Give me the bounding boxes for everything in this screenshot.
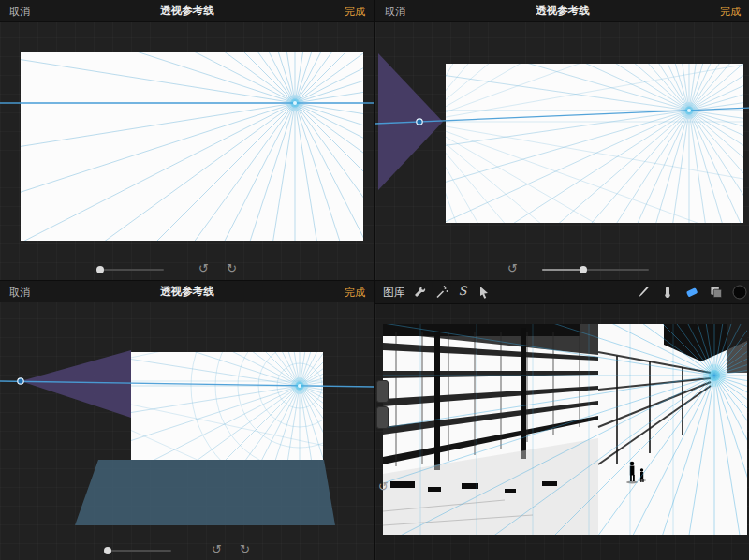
adjustments-wand-icon[interactable]	[434, 285, 449, 300]
done-button[interactable]: 完成	[345, 5, 365, 19]
page-title: 透视参考线	[375, 4, 749, 18]
panel-perspective-2pt: 取消 透视参考线 完成 ↺	[374, 0, 749, 280]
redo-icon[interactable]: ↻	[240, 543, 250, 555]
selection-icon[interactable]: S	[456, 284, 469, 299]
sidebar-undo-icon[interactable]: ↺	[378, 479, 389, 494]
panel-procreate-canvas: 图库 S	[374, 280, 749, 560]
nav-bar: 取消 透视参考线 完成	[0, 281, 374, 302]
opacity-slider-track[interactable]	[102, 269, 164, 271]
paint-brush-icon[interactable]	[636, 285, 651, 300]
figure-adult	[630, 462, 635, 481]
color-swatch-icon[interactable]	[732, 285, 747, 300]
opacity-slider-knob[interactable]	[96, 266, 104, 273]
drawing-canvas[interactable]	[131, 352, 323, 460]
perspective-rays	[446, 64, 743, 223]
done-button[interactable]: 完成	[720, 5, 741, 19]
nav-bar: 取消 透视参考线 完成	[375, 0, 749, 22]
vanishing-point-handle-left[interactable]	[417, 119, 422, 125]
vanishing-point-handle-left[interactable]	[18, 378, 23, 384]
gallery-button[interactable]: 图库	[383, 286, 404, 300]
sidebar-opacity-button[interactable]	[376, 406, 389, 429]
opacity-slider-track[interactable]	[110, 550, 171, 552]
panel-perspective-1pt: 取消 透视参考线 完成 ↺ ↻	[0, 0, 374, 280]
main-toolbar: 图库 S	[375, 281, 749, 304]
thickness-slider-fill	[542, 269, 583, 271]
smudge-finger-icon[interactable]	[660, 285, 675, 300]
undo-icon[interactable]: ↺	[212, 543, 222, 555]
panel-perspective-curvilinear: 取消 透视参考线 完成 ↺ ↻	[0, 280, 374, 560]
stitched-screenshots: 取消 透视参考线 完成 ↺ ↻ 取消 透视参考线 完成	[0, 0, 749, 560]
page-title: 透视参考线	[0, 285, 374, 299]
artwork-with-guides	[383, 324, 747, 535]
drawing-canvas[interactable]	[446, 64, 743, 223]
transform-arrow-icon[interactable]	[477, 285, 492, 300]
drawing-canvas[interactable]	[21, 52, 363, 241]
layers-icon[interactable]	[709, 285, 724, 300]
sidebar-brush-size-button[interactable]	[376, 380, 389, 403]
thickness-slider-knob[interactable]	[580, 266, 587, 273]
artwork-canvas[interactable]	[383, 324, 747, 535]
page-title: 透视参考线	[0, 4, 374, 18]
eraser-icon[interactable]	[684, 285, 699, 300]
undo-icon[interactable]: ↺	[198, 262, 209, 274]
done-button[interactable]: 完成	[345, 286, 365, 300]
nav-bar: 取消 透视参考线 完成	[0, 0, 374, 22]
perspective-grid	[131, 352, 323, 460]
undo-icon[interactable]: ↺	[507, 262, 518, 274]
wrench-icon[interactable]	[412, 285, 427, 300]
opacity-slider-knob[interactable]	[104, 547, 111, 554]
perspective-rays	[21, 52, 363, 241]
redo-icon[interactable]: ↻	[227, 262, 237, 274]
